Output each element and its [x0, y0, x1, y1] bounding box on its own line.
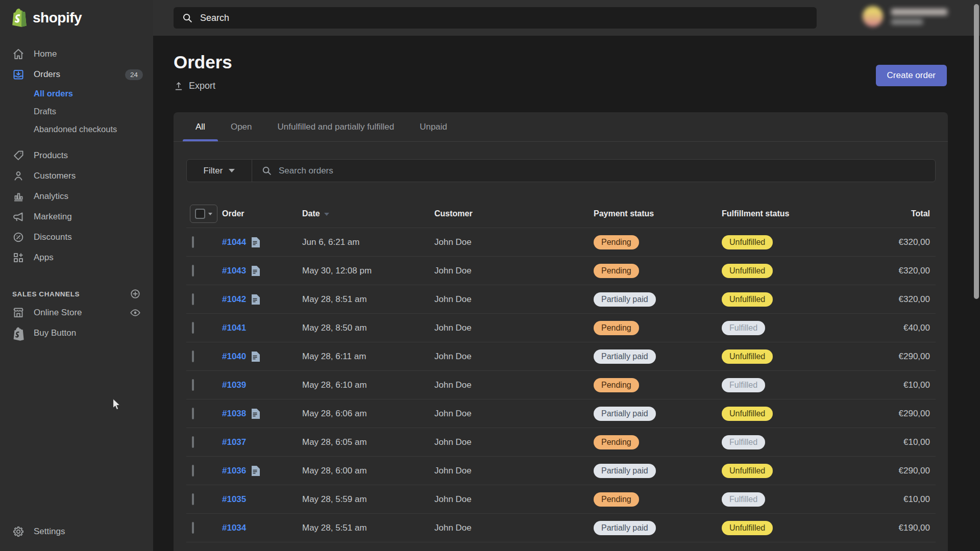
table-row[interactable]: #1036 May 28, 6:00 am John Doe Partially…: [186, 456, 936, 485]
order-number-link[interactable]: #1038: [222, 409, 246, 419]
table-row[interactable]: #1035 May 28, 5:59 am John Doe Pending F…: [186, 485, 936, 513]
order-number-link[interactable]: #1035: [222, 494, 246, 505]
order-date: May 28, 6:11 am: [302, 352, 434, 362]
column-header-date[interactable]: Date: [302, 209, 434, 218]
sidebar-item-buy-button[interactable]: Buy Button: [0, 323, 153, 343]
tab-unpaid[interactable]: Unpaid: [407, 112, 460, 141]
global-search-input[interactable]: Search: [174, 7, 817, 29]
row-checkbox[interactable]: [192, 408, 194, 419]
payment-status-badge: Partially paid: [594, 292, 656, 307]
row-checkbox[interactable]: [192, 236, 194, 248]
page-title: Orders: [174, 52, 232, 72]
row-checkbox[interactable]: [192, 465, 194, 477]
sidebar-item-drafts[interactable]: Drafts: [0, 103, 153, 120]
sidebar-item-orders[interactable]: Orders 24: [0, 64, 153, 85]
order-date: May 30, 12:08 pm: [302, 266, 434, 276]
select-all-control[interactable]: [190, 205, 217, 223]
order-number-link[interactable]: #1042: [222, 294, 246, 305]
sidebar-item-abandoned-checkouts[interactable]: Abandoned checkouts: [0, 120, 153, 138]
export-label: Export: [189, 81, 215, 91]
tab-unfulfilled[interactable]: Unfulfilled and partially fulfilled: [265, 112, 407, 141]
order-number-link[interactable]: #1040: [222, 352, 246, 362]
order-number-link[interactable]: #1043: [222, 266, 246, 276]
tab-all[interactable]: All: [183, 112, 218, 141]
table-row[interactable]: #1039 May 28, 6:10 am John Doe Pending F…: [186, 370, 936, 399]
tag-icon: [12, 149, 24, 162]
row-checkbox[interactable]: [192, 379, 194, 391]
sidebar-item-label: Products: [34, 151, 68, 161]
view-store-eye-icon[interactable]: [130, 307, 141, 318]
order-note-icon: [251, 237, 260, 247]
payment-status-badge: Partially paid: [594, 349, 656, 364]
tab-open[interactable]: Open: [218, 112, 265, 141]
payment-status-badge: Pending: [594, 435, 639, 449]
row-checkbox[interactable]: [192, 436, 194, 448]
sidebar-item-home[interactable]: Home: [0, 44, 153, 64]
sidebar-item-discounts[interactable]: Discounts: [0, 227, 153, 247]
column-header-total[interactable]: Total: [842, 209, 936, 218]
fulfillment-status-badge: Unfulfilled: [722, 264, 773, 278]
order-number-link[interactable]: #1039: [222, 380, 246, 390]
sidebar-item-settings[interactable]: Settings: [0, 520, 153, 543]
table-row[interactable]: #1038 May 28, 6:06 am John Doe Partially…: [186, 399, 936, 428]
column-header-order[interactable]: Order: [222, 209, 302, 218]
table-body: #1044 Jun 6, 6:21 am John Doe Pending Un…: [186, 228, 936, 542]
search-orders-input[interactable]: Search orders: [252, 160, 935, 182]
sidebar-item-customers[interactable]: Customers: [0, 166, 153, 186]
export-button[interactable]: Export: [174, 81, 215, 91]
order-note-icon: [251, 266, 260, 276]
order-number-link[interactable]: #1044: [222, 237, 246, 247]
sidebar-item-label: Home: [34, 49, 57, 59]
bar-chart-icon: [12, 190, 24, 203]
order-customer: John Doe: [434, 380, 594, 390]
row-checkbox[interactable]: [192, 265, 194, 277]
row-checkbox[interactable]: [192, 322, 194, 334]
column-header-customer[interactable]: Customer: [434, 209, 594, 218]
shopify-logo[interactable]: shopify: [0, 0, 153, 30]
table-row[interactable]: #1041 May 28, 8:50 am John Doe Pending F…: [186, 313, 936, 342]
row-checkbox[interactable]: [192, 522, 194, 534]
megaphone-icon: [12, 211, 24, 223]
sidebar-item-apps[interactable]: Apps: [0, 247, 153, 268]
sidebar-item-label: Settings: [34, 527, 65, 537]
order-number-link[interactable]: #1041: [222, 323, 246, 333]
add-sales-channel-button[interactable]: [130, 288, 141, 299]
column-header-payment-status[interactable]: Payment status: [594, 209, 722, 218]
account-menu[interactable]: [863, 6, 947, 27]
fulfillment-status-badge: Fulfilled: [722, 435, 765, 449]
fulfillment-status-badge: Fulfilled: [722, 321, 765, 335]
filter-dropdown[interactable]: Filter: [187, 160, 252, 182]
order-total: €290,00: [842, 466, 936, 476]
filter-and-search-row: Filter Search orders: [186, 159, 936, 182]
table-row[interactable]: #1034 May 28, 5:51 am John Doe Partially…: [186, 513, 936, 542]
sidebar-item-marketing[interactable]: Marketing: [0, 207, 153, 227]
fulfillment-status-badge: Unfulfilled: [722, 292, 773, 307]
table-row[interactable]: #1042 May 28, 8:51 am John Doe Partially…: [186, 285, 936, 313]
order-customer: John Doe: [434, 523, 594, 533]
sidebar-item-online-store[interactable]: Online Store: [0, 303, 153, 323]
table-row[interactable]: #1037 May 28, 6:05 am John Doe Pending F…: [186, 428, 936, 456]
avatar: [863, 6, 883, 27]
row-checkbox[interactable]: [192, 350, 194, 362]
fulfillment-status-badge: Fulfilled: [722, 492, 765, 507]
row-checkbox[interactable]: [192, 293, 194, 305]
vertical-scrollbar[interactable]: [974, 4, 979, 299]
row-checkbox[interactable]: [192, 493, 194, 505]
create-order-button[interactable]: Create order: [876, 65, 947, 86]
sidebar-item-analytics[interactable]: Analytics: [0, 186, 153, 207]
table-row[interactable]: #1043 May 30, 12:08 pm John Doe Pending …: [186, 256, 936, 285]
column-header-fulfillment-status[interactable]: Fulfillment status: [722, 209, 842, 218]
sidebar-item-products[interactable]: Products: [0, 145, 153, 166]
filter-label: Filter: [204, 166, 223, 176]
order-total: €320,00: [842, 266, 936, 276]
order-number-link[interactable]: #1034: [222, 523, 246, 533]
apps-grid-icon: [12, 252, 24, 264]
payment-status-badge: Pending: [594, 264, 639, 278]
select-all-checkbox[interactable]: [195, 209, 205, 219]
table-row[interactable]: #1044 Jun 6, 6:21 am John Doe Pending Un…: [186, 228, 936, 256]
order-number-link[interactable]: #1037: [222, 437, 246, 447]
fulfillment-status-badge: Unfulfilled: [722, 521, 773, 535]
table-row[interactable]: #1040 May 28, 6:11 am John Doe Partially…: [186, 342, 936, 370]
sidebar-item-all-orders[interactable]: All orders: [0, 85, 153, 103]
order-number-link[interactable]: #1036: [222, 466, 246, 476]
